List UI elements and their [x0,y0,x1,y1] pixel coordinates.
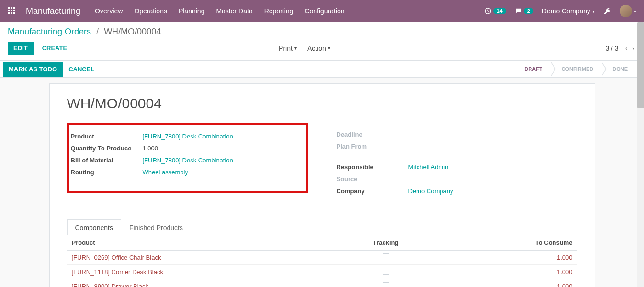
tab-finished-products[interactable]: Finished Products [121,219,191,235]
cell-to-consume: 1.000 [424,251,577,265]
field-source: Source [337,174,577,183]
vertical-scrollbar[interactable] [637,22,644,287]
checkbox-icon[interactable] [383,253,389,260]
field-label: Product [71,133,143,140]
breadcrumb: Manufacturing Orders / WH/MO/00004 [8,27,636,37]
action-dropdown[interactable]: Action ▾ [307,45,330,52]
field-value-product[interactable]: [FURN_7800] Desk Combination [143,133,233,140]
activity-badge: 14 [493,8,506,14]
checkbox-icon[interactable] [383,268,389,275]
cell-tracking [348,279,424,287]
debug-icon[interactable] [603,7,611,15]
table-row[interactable]: [FURN_8900] Drawer Black1.000 [67,279,577,287]
pager-prev[interactable]: ‹ [623,44,630,53]
th-tracking[interactable]: Tracking [348,235,424,251]
cp-right: 3 / 3 ‹ › [605,44,636,53]
breadcrumb-separator: / [96,27,99,36]
user-menu[interactable]: ▾ [620,5,636,17]
cell-to-consume: 1.000 [424,265,577,279]
field-quantity: Quantity To Produce 1.000 [71,144,301,152]
status-done[interactable]: DONE [602,62,636,76]
field-company: Company Demo Company [337,186,577,195]
company-name: Demo Company [542,7,590,15]
form-col-left: Product [FURN_7800] Desk Combination Qua… [67,123,308,205]
print-dropdown[interactable]: Print ▾ [279,45,297,52]
field-label: Routing [71,169,143,176]
field-value-quantity: 1.000 [143,145,158,152]
pager-next[interactable]: › [630,44,636,53]
navbar-right: 14 2 Demo Company ▾ ▾ [484,5,636,17]
nav-configuration[interactable]: Configuration [305,7,344,15]
field-value-bom[interactable]: [FURN_7800] Desk Combination [143,157,233,164]
company-switcher[interactable]: Demo Company ▾ [542,7,595,15]
field-product: Product [FURN_7800] Desk Combination [71,132,301,140]
nav-master-data[interactable]: Master Data [216,7,252,15]
th-to-consume[interactable]: To Consume [424,235,577,251]
messages-badge: 2 [524,8,533,14]
control-panel: EDIT CREATE Print ▾ Action ▾ 3 / 3 ‹ › [0,40,644,60]
apps-icon[interactable] [8,7,16,15]
statusbar-steps: DRAFT CONFIRMED DONE [514,61,636,77]
field-label: Bill of Material [71,157,143,164]
cp-center: Print ▾ Action ▾ [279,45,330,52]
chevron-down-icon: ▾ [634,9,636,14]
form-wrap: WH/MO/00004 Product [FURN_7800] Desk Com… [0,83,644,287]
action-label: Action [307,45,326,52]
nav-planning[interactable]: Planning [179,7,205,15]
field-label: Plan From [337,143,408,150]
mark-as-todo-button[interactable]: MARK AS TODO [3,62,63,77]
app-brand[interactable]: Manufacturing [26,6,80,16]
field-bom: Bill of Material [FURN_7800] Desk Combin… [71,156,301,164]
table-header-row: Product Tracking To Consume [67,235,577,251]
th-product[interactable]: Product [67,235,348,251]
chevron-down-icon: ▾ [294,46,297,51]
cell-product[interactable]: [FURN_8900] Drawer Black [67,279,348,287]
form-col-right: Deadline Plan From Responsible Mitchell … [337,123,577,205]
tab-components[interactable]: Components [67,219,121,235]
field-label: Source [337,175,408,183]
breadcrumb-bar: Manufacturing Orders / WH/MO/00004 [0,22,644,40]
clock-icon [484,7,492,15]
tabs: Components Finished Products [67,219,577,235]
field-label: Deadline [337,131,408,138]
cell-to-consume: 1.000 [424,279,577,287]
cell-tracking [348,251,424,265]
cell-product[interactable]: [FURN_0269] Office Chair Black [67,251,348,265]
field-responsible: Responsible Mitchell Admin [337,162,577,171]
components-table: Product Tracking To Consume [FURN_0269] … [67,235,577,287]
form-columns: Product [FURN_7800] Desk Combination Qua… [67,123,577,205]
record-title: WH/MO/00004 [67,95,577,112]
table-row[interactable]: [FURN_0269] Office Chair Black1.000 [67,251,577,265]
breadcrumb-root[interactable]: Manufacturing Orders [8,27,91,36]
status-confirmed[interactable]: CONFIRMED [551,62,602,76]
cancel-button[interactable]: CANCEL [63,62,100,77]
scrollbar-thumb[interactable] [637,22,644,108]
field-value-responsible[interactable]: Mitchell Admin [408,163,449,171]
status-draft[interactable]: DRAFT [514,62,551,76]
top-navbar: Manufacturing Overview Operations Planni… [0,0,644,22]
cell-tracking [348,265,424,279]
field-label: Responsible [337,163,408,171]
chevron-down-icon: ▾ [328,46,330,51]
nav-operations[interactable]: Operations [134,7,167,15]
field-routing: Routing Wheel assembly [71,168,301,176]
field-label: Company [337,187,408,195]
field-deadline: Deadline [337,130,577,138]
nav-reporting[interactable]: Reporting [264,7,294,15]
create-button[interactable]: CREATE [36,42,73,55]
chevron-down-icon: ▾ [592,9,595,14]
avatar [620,5,632,17]
status-bar: MARK AS TODO CANCEL DRAFT CONFIRMED DONE [0,60,644,78]
field-value-routing[interactable]: Wheel assembly [143,169,188,176]
messages-icon[interactable]: 2 [515,7,533,15]
edit-button[interactable]: EDIT [8,42,34,55]
pager-arrows: ‹ › [623,44,636,53]
field-plan-from: Plan From [337,142,577,150]
cell-product[interactable]: [FURN_1118] Corner Desk Black [67,265,348,279]
checkbox-icon[interactable] [383,282,389,287]
table-row[interactable]: [FURN_1118] Corner Desk Black1.000 [67,265,577,279]
activity-icon[interactable]: 14 [484,7,506,15]
field-value-company[interactable]: Demo Company [408,187,453,195]
form-sheet: WH/MO/00004 Product [FURN_7800] Desk Com… [49,83,595,287]
nav-overview[interactable]: Overview [95,7,123,15]
